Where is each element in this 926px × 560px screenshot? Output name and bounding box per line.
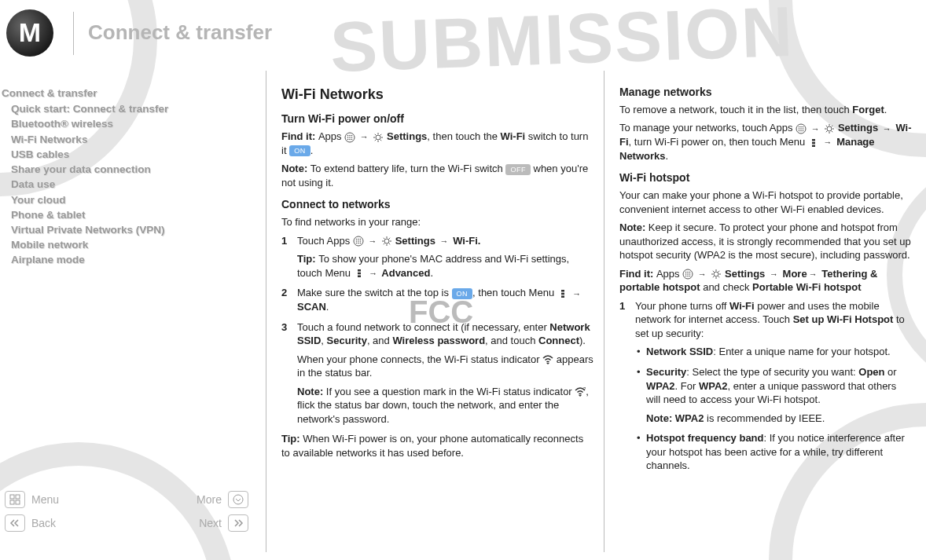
text-bold: Settings [835, 122, 881, 134]
more-button[interactable] [228, 491, 248, 508]
subheading-power: Turn Wi-Fi power on/off [281, 112, 593, 126]
text: or [885, 366, 897, 378]
tip-label: Tip: [297, 253, 318, 265]
gear-icon [381, 236, 392, 247]
text: To show your phone's MAC address and Wi-… [297, 253, 569, 279]
more-label: More [127, 492, 222, 507]
text: Keep it secure. To protect your phone an… [619, 221, 911, 261]
step-2: 2 Make sure the switch at the top is ON,… [281, 286, 593, 313]
tip-text: Tip: To show your phone's MAC address an… [297, 252, 593, 280]
svg-rect-3 [16, 500, 20, 504]
menu-icon [557, 288, 568, 299]
text-bold: Advanced [379, 267, 430, 279]
nav-item-bluetooth[interactable]: Bluetooth® wireless [11, 117, 237, 131]
circle-down-icon [233, 494, 244, 505]
text: To remove a network, touch it in the lis… [619, 104, 852, 115]
back-label: Back [31, 516, 127, 531]
text: : Select the type of security you want: [686, 366, 858, 378]
text-bold: Wi-Fi [501, 130, 526, 142]
hotspot-steps: 1 Your phone turns off Wi-Fi power and u… [619, 299, 912, 473]
double-right-icon [232, 518, 244, 528]
nav-heading[interactable]: Connect & transfer [2, 86, 237, 101]
text-bold: Security [327, 335, 367, 346]
apps-icon [682, 269, 693, 280]
arrow-icon: → [768, 269, 780, 279]
nav-item-datause[interactable]: Data use [11, 178, 237, 192]
text-line: To remove a network, touch it in the lis… [619, 103, 912, 117]
step-3: 3 Touch a found network to connect it (i… [281, 320, 593, 426]
back-button[interactable] [5, 514, 25, 532]
gear-icon [824, 123, 835, 134]
grid-icon [9, 494, 20, 505]
text: . For [675, 380, 699, 392]
bullet-freqband: Hotspot frequency band: If you notice in… [635, 431, 912, 473]
gear-icon [373, 132, 384, 143]
text-bold: Connect [538, 335, 579, 346]
text: . [326, 301, 329, 313]
tip-tail: Tip: When Wi-Fi power is on, your phone … [281, 432, 593, 459]
text: When Wi-Fi power is on, your phone autom… [281, 433, 583, 459]
step-text: Your phone turns off Wi-Fi power and use… [635, 299, 912, 341]
apps-icon [353, 236, 364, 247]
arrow-icon: → [366, 236, 378, 246]
text-bold: WPA2 [646, 380, 675, 392]
svg-rect-2 [10, 500, 14, 504]
svg-rect-0 [10, 495, 14, 499]
hotspot-bullets: Network SSID: Enter a unique name for yo… [635, 345, 912, 472]
text: , [321, 335, 326, 346]
nav-item-wifi[interactable]: Wi-Fi Networks [11, 133, 237, 147]
text: Apps [656, 268, 682, 280]
text-bold: Hotspot frequency band [646, 432, 764, 444]
note-line: Note: To extend battery life, turn the W… [281, 162, 593, 189]
text: If you see a question mark in the Wi-Fi … [326, 386, 575, 397]
nav-item-vpn[interactable]: Virtual Private Networks (VPN) [11, 223, 237, 237]
nav-item-cloud[interactable]: Your cloud [11, 193, 237, 207]
subheading-connect: Connect to networks [281, 197, 593, 212]
nav-item-phonetablet[interactable]: Phone & tablet [11, 208, 237, 222]
text-bold: Settings [392, 235, 439, 247]
text: . [666, 150, 669, 162]
text: , then touch the [427, 130, 500, 142]
arrow-icon: → [571, 289, 582, 298]
arrow-icon: → [367, 269, 379, 278]
arrow-icon: → [696, 269, 708, 279]
step-text: Touch a found network to connect it (if … [297, 320, 593, 348]
nav-item-share[interactable]: Share your data connection [11, 163, 237, 177]
step-text: Touch Apps → Settings → Wi-Fi. [297, 234, 593, 248]
nav-item-mobilenet[interactable]: Mobile network [11, 238, 237, 252]
text: , turn Wi-Fi power on, then touch Menu [629, 136, 808, 148]
text: , then touch Menu [472, 287, 557, 298]
apps-icon [796, 123, 807, 134]
next-button[interactable] [228, 514, 248, 532]
arrow-icon: → [810, 124, 821, 134]
arrow-icon: → [807, 269, 819, 279]
menu-button[interactable] [5, 491, 25, 508]
text: is recommended by IEEE. [704, 412, 825, 424]
nav-item-airplane[interactable]: Airplane mode [11, 253, 237, 267]
text: . [311, 145, 314, 156]
text: Touch Apps [297, 235, 353, 247]
page-title: Connect & transfer [88, 19, 272, 46]
text-bold: Security [646, 366, 686, 378]
header-divider [73, 12, 74, 55]
double-left-icon [9, 518, 21, 528]
apps-icon [344, 132, 355, 143]
bullet-note: Note: WPA2 is recommended by IEEE. [646, 412, 912, 426]
bullet-ssid: Network SSID: Enter a unique name for yo… [635, 345, 912, 359]
nav-item-usb[interactable]: USB cables [11, 148, 237, 162]
text: , and [367, 335, 393, 346]
off-pill: OFF [505, 164, 531, 175]
note-label: Note: [619, 221, 649, 233]
subheading-manage: Manage networks [619, 85, 912, 100]
note-label: Note: [281, 163, 311, 174]
nav-item-quickstart[interactable]: Quick start: Connect & transfer [11, 102, 237, 116]
step-1: 1 Touch Apps → Settings → Wi-Fi. Tip: To… [281, 234, 593, 280]
header: M Connect & transfer [0, 9, 272, 57]
text-bold: Portable Wi-Fi hotspot [752, 281, 862, 293]
menu-icon [808, 137, 819, 148]
text: . [430, 267, 433, 279]
arrow-icon: → [358, 132, 370, 141]
note-text: Note: If you see a question mark in the … [297, 385, 593, 426]
bullet-text: Security: Select the type of security yo… [646, 365, 912, 407]
text-bold: Settings [722, 268, 768, 280]
